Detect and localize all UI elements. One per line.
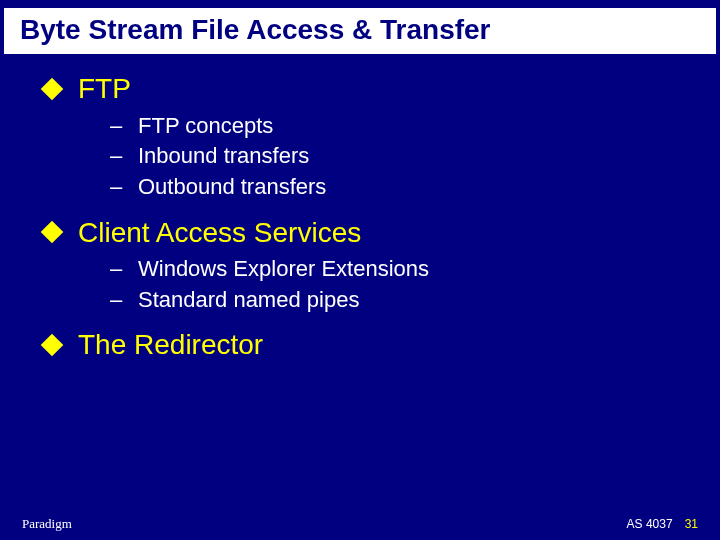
sub-label: Windows Explorer Extensions xyxy=(138,255,429,284)
sub-list: – Windows Explorer Extensions – Standard… xyxy=(40,255,700,314)
footer-right: AS 4037 31 xyxy=(627,517,698,531)
bullet-label: The Redirector xyxy=(78,328,263,362)
footer-page: 31 xyxy=(685,517,698,531)
dash-icon: – xyxy=(110,174,124,200)
sub-label: Standard named pipes xyxy=(138,286,359,315)
sub-label: FTP concepts xyxy=(138,112,273,141)
bullet-redirector: The Redirector xyxy=(40,328,700,362)
footer-code: AS 4037 xyxy=(627,517,673,531)
diamond-icon xyxy=(41,334,64,357)
bullet-ftp: FTP – FTP concepts – Inbound transfers –… xyxy=(40,72,700,201)
sub-item: – FTP concepts xyxy=(110,112,700,141)
sub-label: Inbound transfers xyxy=(138,142,309,171)
bullet-client-access: Client Access Services – Windows Explore… xyxy=(40,216,700,315)
footer-org: Paradigm xyxy=(22,516,72,532)
sub-item: – Windows Explorer Extensions xyxy=(110,255,700,284)
sub-item: – Inbound transfers xyxy=(110,142,700,171)
slide-title: Byte Stream File Access & Transfer xyxy=(4,8,716,54)
bullet-label: Client Access Services xyxy=(78,216,361,250)
sub-item: – Outbound transfers xyxy=(110,173,700,202)
bullet-label: FTP xyxy=(78,72,131,106)
dash-icon: – xyxy=(110,256,124,282)
slide: Byte Stream File Access & Transfer FTP –… xyxy=(0,0,720,540)
dash-icon: – xyxy=(110,143,124,169)
sub-label: Outbound transfers xyxy=(138,173,326,202)
bullet-row: Client Access Services xyxy=(40,216,700,250)
dash-icon: – xyxy=(110,113,124,139)
bullet-row: The Redirector xyxy=(40,328,700,362)
dash-icon: – xyxy=(110,287,124,313)
diamond-icon xyxy=(41,78,64,101)
footer: Paradigm AS 4037 31 xyxy=(0,516,720,532)
sub-item: – Standard named pipes xyxy=(110,286,700,315)
bullet-row: FTP xyxy=(40,72,700,106)
sub-list: – FTP concepts – Inbound transfers – Out… xyxy=(40,112,700,202)
diamond-icon xyxy=(41,221,64,244)
slide-content: FTP – FTP concepts – Inbound transfers –… xyxy=(0,72,720,362)
